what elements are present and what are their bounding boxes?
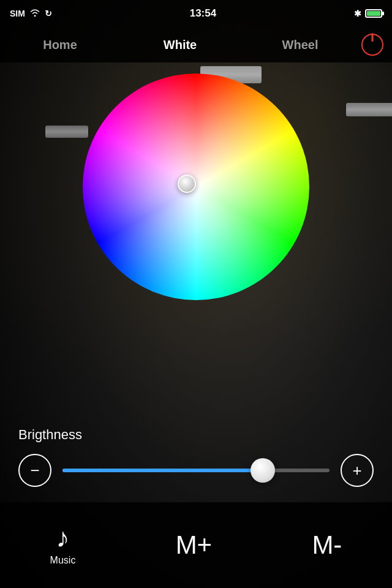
tab-home[interactable]: Home xyxy=(0,27,120,62)
brightness-slider-track[interactable] xyxy=(62,469,330,472)
tab-wheel[interactable]: Wheel xyxy=(240,27,360,62)
music-label: Music xyxy=(50,555,76,566)
brightness-section: Brigthness − + xyxy=(0,427,392,487)
music-icon: ♪ xyxy=(56,524,70,551)
status-right: ✱ xyxy=(354,9,382,18)
brightness-slider-fill xyxy=(62,469,263,472)
wifi-icon xyxy=(30,9,40,18)
brightness-label: Brigthness xyxy=(18,427,374,443)
bottom-bar: ♪ Music M+ M- xyxy=(0,502,392,588)
color-wheel-container[interactable] xyxy=(83,74,309,300)
brightness-slider-thumb[interactable] xyxy=(251,458,275,483)
nav-bar: Home White Wheel xyxy=(0,27,392,62)
brightness-decrease-button[interactable]: − xyxy=(18,454,51,487)
music-button[interactable]: ♪ Music xyxy=(50,524,76,566)
mminus-label: M- xyxy=(312,530,342,560)
mplus-button[interactable]: M+ xyxy=(176,530,213,560)
status-bar: SIM ↻ 13:54 ✱ xyxy=(0,0,392,27)
ceiling-light-3 xyxy=(45,126,88,138)
time-display: 13:54 xyxy=(190,7,216,20)
tab-home-label: Home xyxy=(43,38,77,52)
carrier-label: SIM xyxy=(10,9,25,18)
mplus-label: M+ xyxy=(176,530,213,560)
power-button[interactable] xyxy=(360,32,385,57)
tab-wheel-label: Wheel xyxy=(282,38,318,52)
brightness-increase-button[interactable]: + xyxy=(341,454,374,487)
status-left: SIM ↻ xyxy=(10,9,52,18)
battery-fill xyxy=(367,11,380,16)
power-icon xyxy=(361,34,383,56)
color-picker-handle[interactable] xyxy=(178,175,196,193)
battery-icon xyxy=(365,9,382,18)
color-wheel[interactable] xyxy=(83,74,309,300)
bluetooth-icon: ✱ xyxy=(354,9,361,18)
tab-white[interactable]: White xyxy=(120,27,240,62)
refresh-icon: ↻ xyxy=(45,9,52,18)
mminus-button[interactable]: M- xyxy=(312,530,342,560)
ceiling-light-2 xyxy=(346,103,392,116)
slider-row: − + xyxy=(18,454,374,487)
tab-white-label: White xyxy=(164,38,197,52)
